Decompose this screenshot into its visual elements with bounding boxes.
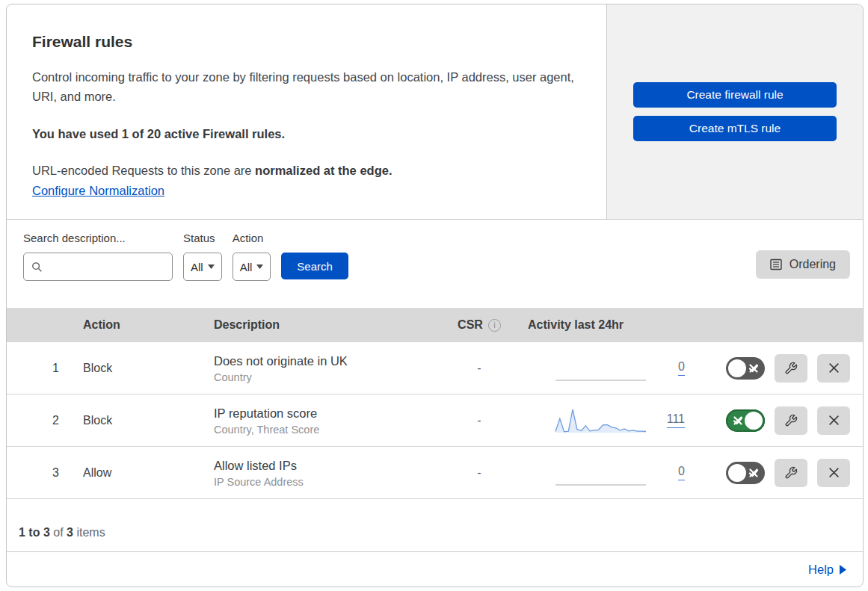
- delete-rule-button[interactable]: [817, 459, 850, 487]
- rule-priority: 1: [7, 362, 76, 375]
- create-mtls-rule-button[interactable]: Create mTLS rule: [633, 116, 837, 141]
- status-selected-value: All: [191, 261, 203, 273]
- column-header-action: Action: [76, 318, 206, 332]
- activity-count-link[interactable]: 0: [678, 360, 685, 376]
- rule-enabled-toggle[interactable]: [726, 462, 765, 484]
- x-icon: [732, 415, 744, 427]
- ordering-button[interactable]: Ordering: [756, 250, 850, 279]
- info-icon[interactable]: [488, 319, 501, 332]
- x-icon: [748, 362, 760, 374]
- items-total: 3: [67, 526, 73, 539]
- normalization-note: URL-encoded Requests to this zone are no…: [32, 164, 576, 178]
- firewall-rules-card: Firewall rules Control incoming traffic …: [6, 4, 864, 587]
- delete-rule-button[interactable]: [817, 354, 850, 383]
- toggle-knob: [745, 412, 763, 430]
- search-label: Search description...: [23, 232, 173, 246]
- header-section: Firewall rules Control incoming traffic …: [7, 4, 863, 220]
- rule-activity-cell: 0: [517, 353, 696, 383]
- rule-csr-value: -: [442, 466, 517, 480]
- search-button[interactable]: Search: [281, 253, 348, 279]
- rule-description: Allow listed IPs: [214, 457, 442, 474]
- activity-sparkline: [554, 458, 647, 488]
- rule-description: IP reputation score: [214, 404, 442, 422]
- rule-controls: [696, 406, 863, 435]
- table-row: 3 Allow Allow listed IPs IP Source Addre…: [7, 447, 863, 499]
- ordering-list-icon: [770, 259, 782, 270]
- rule-fields: IP Source Address: [214, 474, 442, 489]
- rule-description: Does not originate in UK: [214, 352, 442, 370]
- rule-controls: [696, 459, 863, 487]
- ordering-button-label: Ordering: [789, 258, 836, 271]
- rule-enabled-toggle[interactable]: [726, 357, 765, 380]
- rule-controls: [696, 354, 863, 383]
- pagination-summary: 1 to 3 of 3 items: [7, 499, 863, 551]
- items-range: 1 to 3: [19, 526, 50, 539]
- search-box[interactable]: [23, 253, 173, 281]
- create-firewall-rule-button[interactable]: Create firewall rule: [633, 82, 837, 108]
- action-filter-group: Action All: [233, 232, 271, 281]
- search-icon: [31, 262, 43, 273]
- column-header-activity: Activity last 24hr: [517, 318, 696, 332]
- action-select[interactable]: All: [233, 253, 271, 281]
- rule-action: Allow: [76, 466, 206, 480]
- help-link-label: Help: [808, 563, 834, 577]
- help-strip: Help: [7, 551, 863, 587]
- items-text: items: [76, 526, 105, 539]
- rule-priority: 2: [7, 414, 76, 427]
- status-filter-group: Status All: [183, 232, 222, 281]
- help-link[interactable]: Help: [808, 563, 846, 577]
- chevron-down-icon: [256, 264, 263, 269]
- x-icon: [748, 467, 760, 479]
- chevron-down-icon: [208, 264, 215, 269]
- page-description: Control incoming traffic to your zone by…: [32, 67, 576, 106]
- close-icon: [828, 466, 840, 479]
- rule-csr-value: -: [442, 362, 517, 375]
- search-input[interactable]: [48, 260, 164, 274]
- action-label: Action: [233, 232, 271, 246]
- action-selected-value: All: [240, 261, 253, 273]
- arrow-right-icon: [840, 565, 846, 575]
- activity-count-link[interactable]: 0: [678, 465, 685, 480]
- toggle-knob: [728, 359, 746, 377]
- column-header-description: Description: [206, 318, 442, 332]
- activity-sparkline: [554, 353, 647, 383]
- rule-priority: 3: [7, 466, 76, 480]
- column-header-csr: CSR: [442, 318, 517, 332]
- rule-action: Block: [76, 414, 206, 427]
- edit-rule-button[interactable]: [775, 354, 807, 383]
- wrench-icon: [784, 414, 798, 427]
- filter-bar: Search description... Status All: [7, 220, 863, 308]
- actions-panel: Create firewall rule Create mTLS rule: [606, 4, 863, 219]
- wrench-icon: [784, 466, 798, 480]
- rule-description-cell: IP reputation score Country, Threat Scor…: [206, 404, 442, 437]
- page-title: Firewall rules: [32, 33, 576, 51]
- rule-enabled-toggle[interactable]: [726, 409, 765, 432]
- close-icon: [828, 362, 840, 374]
- status-select[interactable]: All: [183, 253, 222, 281]
- firewall-rules-page: Firewall rules Control incoming traffic …: [0, 0, 868, 591]
- edit-rule-button[interactable]: [775, 459, 807, 487]
- rule-fields: Country, Threat Score: [214, 422, 442, 437]
- rule-description-cell: Does not originate in UK Country: [206, 352, 442, 385]
- activity-count-link[interactable]: 111: [667, 412, 685, 428]
- rule-action: Block: [76, 362, 206, 375]
- table-row: 2 Block IP reputation score Country, Thr…: [7, 394, 863, 447]
- normalization-text: URL-encoded Requests to this zone are: [32, 164, 252, 177]
- search-group: Search description...: [23, 232, 173, 281]
- of-text: of: [53, 526, 63, 539]
- edit-rule-button[interactable]: [775, 406, 807, 435]
- toggle-knob: [728, 464, 746, 482]
- header-text-area: Firewall rules Control incoming traffic …: [7, 4, 606, 219]
- wrench-icon: [784, 362, 798, 375]
- delete-rule-button[interactable]: [817, 406, 850, 435]
- activity-sparkline: [554, 406, 647, 436]
- normalization-bold-text: normalized at the edge.: [255, 164, 392, 177]
- rule-csr-value: -: [442, 414, 517, 427]
- rule-description-cell: Allow listed IPs IP Source Address: [206, 457, 442, 489]
- rule-activity-cell: 111: [517, 406, 696, 436]
- rule-activity-cell: 0: [517, 458, 696, 488]
- status-label: Status: [183, 232, 222, 246]
- configure-normalization-link[interactable]: Configure Normalization: [32, 184, 164, 197]
- usage-summary: You have used 1 of 20 active Firewall ru…: [32, 127, 576, 141]
- close-icon: [828, 414, 840, 427]
